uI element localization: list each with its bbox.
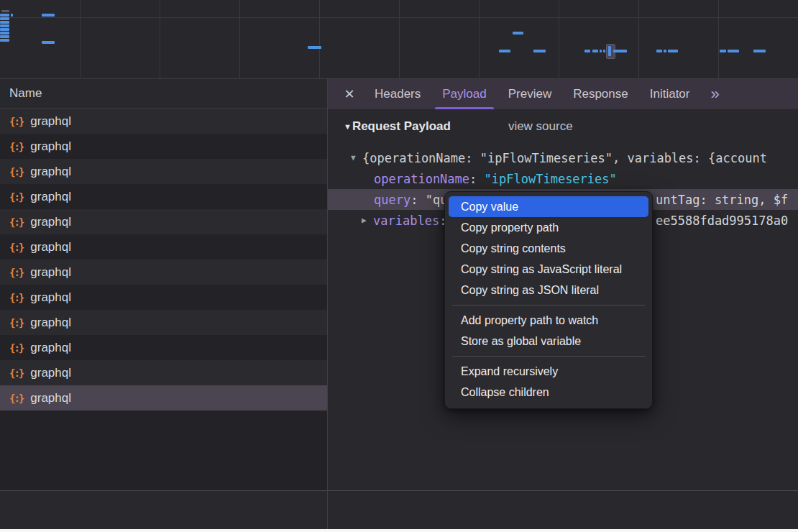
timeline-bar	[668, 50, 678, 52]
timeline-bar	[753, 50, 766, 52]
timeline-gridline	[718, 0, 719, 78]
menu-item-copy-value[interactable]: Copy value	[449, 196, 648, 217]
curly-braces-icon: {:}	[9, 367, 23, 379]
menu-item-copy-string-as-javascript-literal[interactable]: Copy string as JavaScript literal	[449, 259, 648, 280]
timeline-bar	[42, 41, 55, 44]
menu-item-copy-string-contents[interactable]: Copy string contents	[449, 238, 648, 259]
panel-divider[interactable]	[327, 490, 328, 529]
network-row-graphql[interactable]: {:}graphql	[0, 360, 327, 385]
network-row-graphql[interactable]: {:}graphql	[0, 159, 327, 184]
request-payload-section-header: ▼Request Payload view source	[328, 109, 798, 134]
payload-root-row[interactable]: ▼{operationName: "ipFlowTimeseries", var…	[328, 147, 798, 168]
timeline-gridline	[239, 0, 240, 78]
request-name-label: graphql	[30, 114, 71, 129]
request-name-label: graphql	[30, 366, 71, 380]
timeline-bar	[608, 46, 611, 56]
curly-braces-icon: {:}	[9, 292, 23, 303]
timeline-bar	[656, 50, 662, 52]
devtools-network-panel: Name {:}graphql{:}graphql{:}graphql{:}gr…	[0, 0, 798, 532]
timeline-gridline	[80, 0, 81, 78]
tab-response[interactable]: Response	[562, 79, 639, 109]
request-name-label: graphql	[30, 341, 71, 355]
curly-braces-icon: {:}	[9, 342, 23, 354]
timeline-bar	[603, 50, 605, 52]
network-row-graphql[interactable]: {:}graphql	[0, 234, 327, 260]
timeline-bar	[0, 35, 9, 38]
section-collapse-arrow-icon[interactable]: ▼	[344, 122, 352, 131]
menu-item-store-as-global-variable[interactable]: Store as global variable	[449, 331, 648, 352]
tab-headers[interactable]: Headers	[364, 79, 431, 109]
timeline-bar	[584, 50, 590, 52]
timeline-bar	[42, 14, 55, 17]
menu-item-add-property-path-to-watch[interactable]: Add property path to watch	[449, 310, 648, 331]
network-row-graphql[interactable]: {:}graphql	[0, 335, 327, 360]
timeline-bar	[728, 50, 739, 52]
curly-braces-icon: {:}	[9, 216, 23, 228]
tab-payload[interactable]: Payload	[431, 79, 497, 109]
menu-item-expand-recursively[interactable]: Expand recursively	[449, 361, 648, 382]
request-name-label: graphql	[30, 165, 71, 179]
expand-arrow-icon[interactable]: ▼	[351, 153, 362, 162]
timeline-bar	[308, 46, 321, 49]
timeline-bar	[664, 50, 666, 52]
network-row-graphql[interactable]: {:}graphql	[0, 184, 327, 209]
network-row-graphql[interactable]: {:}graphql	[0, 134, 327, 159]
network-row-graphql[interactable]: {:}graphql	[0, 260, 327, 285]
tab-preview[interactable]: Preview	[497, 79, 562, 109]
timeline-gridline	[319, 0, 320, 78]
request-name-label: graphql	[30, 265, 71, 280]
timeline-bar	[600, 50, 602, 52]
key-value-separator: :	[469, 172, 484, 186]
curly-braces-icon: {:}	[9, 116, 23, 127]
collapsed-arrow-icon[interactable]: ▶	[362, 216, 373, 225]
request-name-label: graphql	[30, 240, 71, 254]
network-row-graphql[interactable]: {:}graphql	[0, 285, 327, 310]
request-table: Name {:}graphql{:}graphql{:}graphql{:}gr…	[0, 79, 328, 490]
timeline-gridline	[399, 0, 400, 78]
network-overview-timeline[interactable]	[0, 0, 798, 79]
page-edge	[0, 529, 798, 532]
menu-item-copy-string-as-json-literal[interactable]: Copy string as JSON literal	[449, 280, 648, 301]
view-source-link[interactable]: view source	[508, 119, 573, 134]
timeline-gridline	[479, 0, 480, 78]
curly-braces-icon: {:}	[9, 166, 23, 178]
network-row-graphql[interactable]: {:}graphql	[0, 109, 327, 134]
menu-item-copy-property-path[interactable]: Copy property path	[449, 217, 648, 238]
payload-row-operationname[interactable]: operationName: "ipFlowTimeseries"	[328, 168, 798, 189]
timeline-bar	[0, 17, 9, 20]
request-name-label: graphql	[30, 190, 71, 204]
request-name-label: graphql	[30, 316, 71, 330]
request-name-label: graphql	[30, 215, 71, 229]
timeline-bar	[613, 50, 627, 52]
timeline-gridline	[160, 0, 160, 78]
curly-braces-icon: {:}	[9, 393, 23, 404]
timeline-bar	[533, 50, 546, 52]
section-title-label: Request Payload	[352, 119, 451, 134]
curly-braces-icon: {:}	[9, 242, 23, 253]
detail-tab-bar: ✕ HeadersPayloadPreviewResponseInitiator…	[328, 79, 798, 109]
curly-braces-icon: {:}	[9, 317, 23, 329]
network-row-graphql[interactable]: {:}graphql	[0, 310, 327, 335]
timeline-bar	[0, 32, 9, 35]
menu-item-collapse-children[interactable]: Collapse children	[449, 382, 648, 403]
property-key: operationName	[374, 172, 469, 186]
section-title[interactable]: ▼Request Payload	[344, 119, 451, 134]
object-preview-text: {operationName: "ipFlowTimeseries", vari…	[362, 151, 767, 165]
timeline-bar	[0, 39, 9, 42]
request-name-label: graphql	[30, 139, 71, 154]
curly-braces-icon: {:}	[9, 141, 23, 152]
close-icon[interactable]: ✕	[335, 79, 364, 109]
request-name-label: graphql	[30, 290, 71, 305]
network-row-graphql[interactable]: {:}graphql	[0, 385, 327, 411]
context-menu: Copy valueCopy property pathCopy string …	[444, 191, 653, 409]
network-row-graphql[interactable]: {:}graphql	[0, 209, 327, 234]
timeline-bar	[0, 14, 9, 17]
timeline-bar	[0, 21, 9, 24]
timeline-gridline	[559, 0, 559, 78]
tab-initiator[interactable]: Initiator	[639, 79, 701, 109]
network-request-list: {:}graphql{:}graphql{:}graphql{:}graphql…	[0, 109, 327, 411]
request-name-label: graphql	[30, 391, 71, 405]
property-key: query	[374, 193, 411, 207]
more-tabs-icon[interactable]: »	[703, 79, 726, 109]
name-column-header[interactable]: Name	[0, 79, 327, 109]
